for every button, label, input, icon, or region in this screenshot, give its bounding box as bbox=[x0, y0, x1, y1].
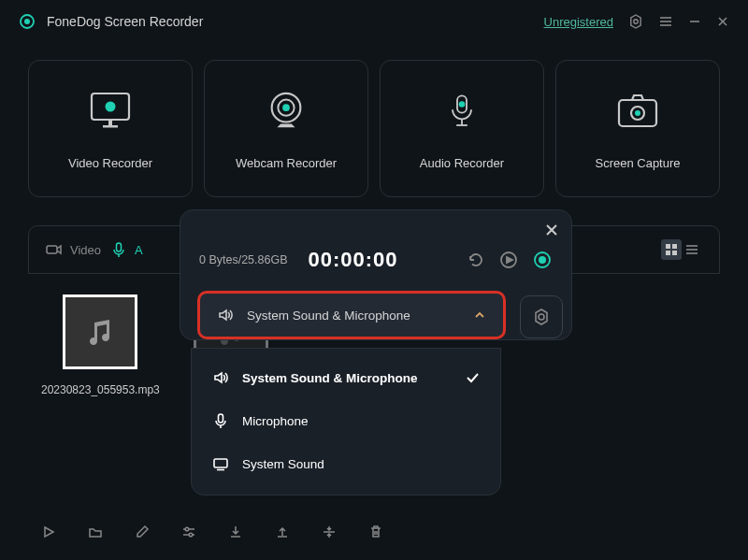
trash-icon[interactable] bbox=[368, 524, 383, 539]
file-item[interactable]: 20230823_055953.mp3 bbox=[41, 294, 160, 398]
camera-icon bbox=[615, 89, 660, 134]
compress-icon[interactable] bbox=[322, 524, 337, 539]
mic-small-icon bbox=[110, 241, 127, 258]
svg-rect-47 bbox=[219, 414, 223, 423]
webcam-recorder-card[interactable]: Webcam Recorder bbox=[204, 60, 368, 197]
svg-marker-34 bbox=[45, 527, 53, 537]
svg-rect-29 bbox=[666, 251, 670, 255]
svg-rect-25 bbox=[117, 243, 122, 251]
header-right: Unregistered bbox=[544, 14, 729, 29]
tab-audio[interactable]: A bbox=[110, 241, 143, 258]
svg-point-44 bbox=[539, 256, 546, 264]
svg-point-38 bbox=[189, 533, 193, 537]
webcam-recorder-label: Webcam Recorder bbox=[236, 156, 337, 170]
svg-rect-28 bbox=[672, 244, 677, 249]
svg-rect-24 bbox=[47, 246, 57, 253]
svg-rect-49 bbox=[214, 459, 227, 467]
app-logo-icon bbox=[19, 13, 36, 30]
sliders-icon[interactable] bbox=[181, 524, 196, 539]
undo-icon[interactable] bbox=[465, 250, 485, 270]
microphone-icon bbox=[212, 412, 229, 429]
screen-capture-label: Screen Capture bbox=[595, 156, 680, 170]
view-toggle bbox=[661, 239, 702, 260]
svg-point-1 bbox=[24, 19, 30, 24]
svg-rect-12 bbox=[103, 125, 118, 128]
checkmark-icon bbox=[465, 370, 480, 385]
video-recorder-label: Video Recorder bbox=[68, 156, 152, 170]
audio-recorder-card[interactable]: Audio Recorder bbox=[380, 60, 544, 197]
mode-cards: Video Recorder Webcam Recorder Audio Rec… bbox=[0, 43, 748, 197]
panel-close-icon[interactable] bbox=[545, 223, 558, 237]
svg-point-3 bbox=[634, 20, 638, 23]
record-icon[interactable] bbox=[532, 250, 553, 270]
svg-rect-30 bbox=[672, 251, 677, 255]
svg-marker-42 bbox=[507, 257, 512, 263]
tab-video-label: Video bbox=[70, 243, 101, 257]
play-icon[interactable] bbox=[41, 524, 56, 539]
recording-panel: 0 Bytes/25.86GB 00:00:00 System Sound & … bbox=[180, 209, 572, 340]
dropdown-item-label: Microphone bbox=[242, 414, 309, 428]
tab-audio-label: A bbox=[135, 243, 143, 257]
app-title: FoneDog Screen Recorder bbox=[47, 14, 203, 29]
svg-marker-2 bbox=[631, 15, 640, 28]
svg-rect-13 bbox=[108, 120, 112, 125]
hamburger-menu-icon[interactable] bbox=[658, 14, 673, 29]
svg-point-37 bbox=[185, 527, 189, 531]
audio-source-dropdown: System Sound & Microphone Microphone Sys… bbox=[191, 348, 501, 495]
title-bar: FoneDog Screen Recorder Unregistered bbox=[0, 0, 748, 43]
svg-point-11 bbox=[106, 102, 116, 112]
svg-point-18 bbox=[459, 101, 466, 108]
speaker-icon bbox=[212, 369, 229, 386]
upload-icon[interactable] bbox=[275, 524, 290, 539]
header-left: FoneDog Screen Recorder bbox=[19, 13, 203, 30]
svg-point-16 bbox=[282, 104, 290, 111]
selector-label: System Sound & Microphone bbox=[247, 309, 410, 323]
audio-recorder-label: Audio Recorder bbox=[420, 156, 504, 170]
video-recorder-card[interactable]: Video Recorder bbox=[28, 60, 193, 197]
dropdown-item-microphone[interactable]: Microphone bbox=[192, 399, 500, 442]
dropdown-item-label: System Sound bbox=[242, 457, 324, 471]
settings-gear-icon[interactable] bbox=[628, 14, 643, 29]
speaker-icon bbox=[217, 307, 234, 323]
screen-capture-card[interactable]: Screen Capture bbox=[555, 60, 720, 197]
bottom-toolbar bbox=[41, 524, 383, 539]
timer-display: 00:00:00 bbox=[309, 248, 398, 272]
webcam-icon bbox=[264, 89, 309, 134]
panel-status-row: 0 Bytes/25.86GB 00:00:00 bbox=[197, 248, 554, 272]
audio-source-selector[interactable]: System Sound & Microphone bbox=[197, 291, 506, 339]
dropdown-item-system-and-mic[interactable]: System Sound & Microphone bbox=[192, 356, 500, 399]
play-circle-icon[interactable] bbox=[498, 250, 519, 270]
dropdown-item-system-sound[interactable]: System Sound bbox=[192, 442, 500, 485]
file-name: 20230823_055953.mp3 bbox=[41, 382, 160, 398]
tab-video[interactable]: Video bbox=[46, 241, 101, 258]
video-camera-icon bbox=[46, 241, 63, 258]
system-sound-icon bbox=[212, 455, 229, 472]
minimize-button[interactable] bbox=[688, 15, 701, 28]
svg-marker-45 bbox=[536, 309, 547, 324]
edit-icon[interactable] bbox=[135, 524, 150, 539]
close-button[interactable] bbox=[716, 15, 729, 28]
folder-icon[interactable] bbox=[88, 524, 103, 539]
music-file-icon bbox=[63, 294, 137, 369]
grid-view-button[interactable] bbox=[661, 239, 682, 260]
dropdown-item-label: System Sound & Microphone bbox=[242, 371, 418, 385]
chevron-up-icon bbox=[473, 309, 486, 322]
monitor-icon bbox=[88, 89, 133, 134]
svg-point-46 bbox=[539, 314, 544, 320]
storage-text: 0 Bytes/25.86GB bbox=[199, 253, 288, 266]
svg-rect-27 bbox=[666, 244, 670, 249]
svg-point-23 bbox=[635, 110, 640, 116]
download-icon[interactable] bbox=[228, 524, 243, 539]
microphone-icon bbox=[439, 89, 484, 134]
list-view-button[interactable] bbox=[682, 239, 702, 260]
registration-status[interactable]: Unregistered bbox=[544, 15, 613, 29]
panel-controls bbox=[465, 250, 553, 270]
audio-settings-button[interactable] bbox=[520, 295, 563, 338]
